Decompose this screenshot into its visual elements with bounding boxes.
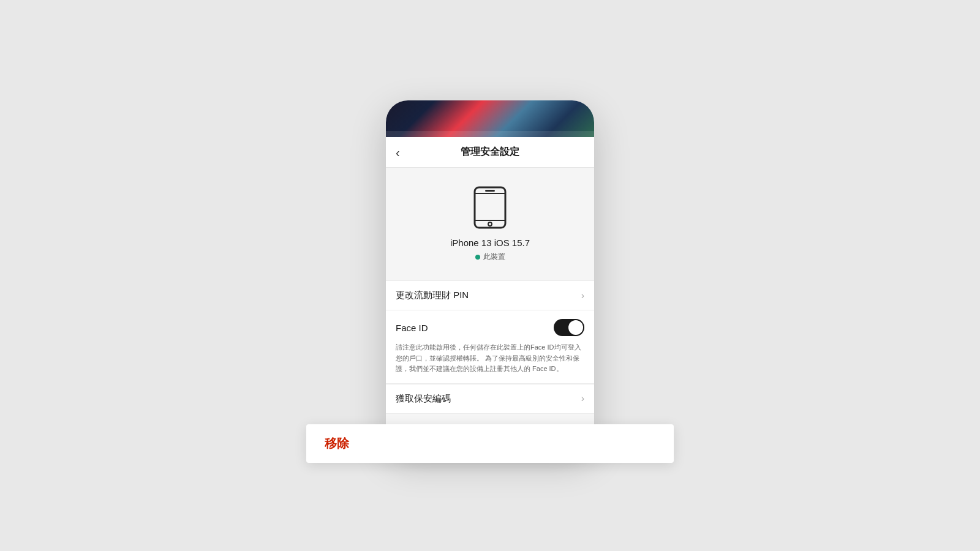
remove-button[interactable]: 移除 bbox=[325, 437, 349, 450]
device-name: iPhone 13 iOS 15.7 bbox=[450, 238, 530, 248]
device-badge: 此裝置 bbox=[475, 252, 505, 262]
back-button[interactable]: ‹ bbox=[396, 146, 400, 159]
face-id-toggle[interactable] bbox=[554, 319, 584, 336]
face-id-section: Face ID 請注意此功能啟用後，任何儲存在此裝置上的Face ID均可登入您… bbox=[386, 310, 594, 384]
change-pin-item[interactable]: 更改流動理財 PIN › bbox=[386, 280, 594, 310]
change-pin-label: 更改流動理財 PIN bbox=[396, 290, 469, 301]
remove-action-bar: 移除 bbox=[306, 424, 674, 463]
get-code-item[interactable]: 獲取保安編碼 › bbox=[386, 384, 594, 414]
badge-dot bbox=[475, 255, 480, 260]
page-title: 管理安全設定 bbox=[461, 146, 519, 159]
device-section: iPhone 13 iOS 15.7 此裝置 bbox=[386, 168, 594, 274]
main-scene: ‹ 管理安全設定 iPhone 13 iOS 15.7 此裝置 bbox=[386, 100, 594, 451]
get-code-chevron-icon: › bbox=[581, 393, 584, 404]
svg-rect-1 bbox=[485, 190, 495, 192]
svg-point-2 bbox=[488, 222, 492, 226]
get-code-label: 獲取保安編碼 bbox=[396, 393, 451, 405]
toggle-knob bbox=[568, 320, 583, 335]
content-area: iPhone 13 iOS 15.7 此裝置 更改流動理財 PIN › Face… bbox=[386, 168, 594, 451]
header-image bbox=[386, 100, 594, 137]
device-icon bbox=[472, 186, 508, 229]
face-id-row: Face ID bbox=[396, 319, 584, 336]
settings-list: 更改流動理財 PIN › Face ID 請注意此功能啟用後，任何儲存在此裝置上… bbox=[386, 280, 594, 414]
phone-container: ‹ 管理安全設定 iPhone 13 iOS 15.7 此裝置 bbox=[386, 100, 594, 451]
face-id-label: Face ID bbox=[396, 323, 428, 333]
badge-text: 此裝置 bbox=[483, 252, 505, 262]
change-pin-chevron-icon: › bbox=[581, 290, 584, 301]
face-id-description: 請注意此功能啟用後，任何儲存在此裝置上的Face ID均可登入您的戶口，並確認授… bbox=[396, 342, 584, 375]
nav-bar: ‹ 管理安全設定 bbox=[386, 137, 594, 168]
